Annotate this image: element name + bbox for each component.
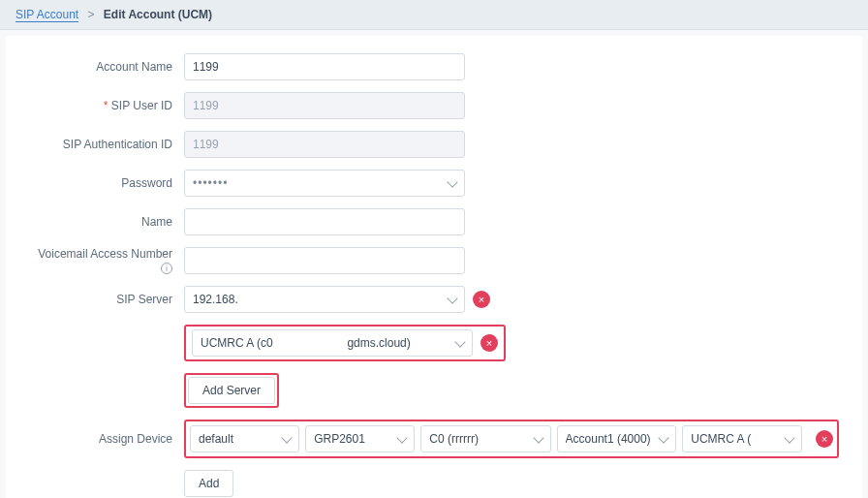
add-server-button[interactable]: Add Server <box>188 377 275 404</box>
chevron-down-icon <box>447 293 457 303</box>
page-body: Account Name SIP User ID SIP Authenticat… <box>6 36 862 498</box>
password-label: Password <box>29 176 184 190</box>
sip-user-id-input <box>184 92 465 119</box>
sip-auth-id-input <box>184 131 465 158</box>
chevron-down-icon <box>784 432 794 443</box>
assign-server-select[interactable]: UCMRC A ( <box>682 425 802 452</box>
breadcrumb-current: Edit Account (UCM) <box>104 8 212 21</box>
server2-select[interactable]: UCMRC A (c0 gdms.cloud) <box>192 329 473 357</box>
assign-account-select[interactable]: Account1 (4000) <box>557 425 677 452</box>
assign-mac-select[interactable]: C0 (rrrrrr) <box>420 425 550 452</box>
remove-server2-button[interactable]: × <box>480 334 498 352</box>
breadcrumb: SIP Account > Edit Account (UCM) <box>0 0 868 30</box>
breadcrumb-separator: > <box>88 8 95 21</box>
sip-server-label: SIP Server <box>29 293 184 306</box>
assign-site-select[interactable]: default <box>190 425 299 452</box>
chevron-down-icon <box>281 432 292 443</box>
name-input[interactable] <box>184 208 465 235</box>
server2-highlight: UCMRC A (c0 gdms.cloud) × <box>184 325 506 361</box>
remove-sip-server-button[interactable]: × <box>473 291 490 308</box>
account-name-label: Account Name <box>29 60 184 74</box>
assign-model-select[interactable]: GRP2601 <box>305 425 415 452</box>
voicemail-label: Voicemail Access Number i <box>29 247 184 274</box>
chevron-down-icon <box>454 336 465 347</box>
chevron-down-icon <box>397 432 408 443</box>
chevron-down-icon <box>533 432 543 443</box>
assign-device-label: Assign Device <box>29 432 184 446</box>
sip-user-id-label: SIP User ID <box>104 99 172 112</box>
assign-device-highlight: default GRP2601 C0 (rrrrrr) Account1 (40… <box>184 420 839 458</box>
chevron-down-icon <box>447 176 457 187</box>
sip-server-select[interactable]: 192.168. <box>184 286 465 313</box>
sip-auth-id-label: SIP Authentication ID <box>29 138 184 151</box>
chevron-down-icon <box>659 432 669 443</box>
info-icon[interactable]: i <box>161 263 172 274</box>
remove-assign-button[interactable]: × <box>816 430 833 448</box>
password-input[interactable]: ••••••• <box>184 170 465 197</box>
breadcrumb-parent-link[interactable]: SIP Account <box>16 8 78 22</box>
name-label: Name <box>29 215 184 229</box>
add-button[interactable]: Add <box>184 470 233 497</box>
voicemail-input[interactable] <box>184 247 465 274</box>
account-name-input[interactable] <box>184 53 465 80</box>
